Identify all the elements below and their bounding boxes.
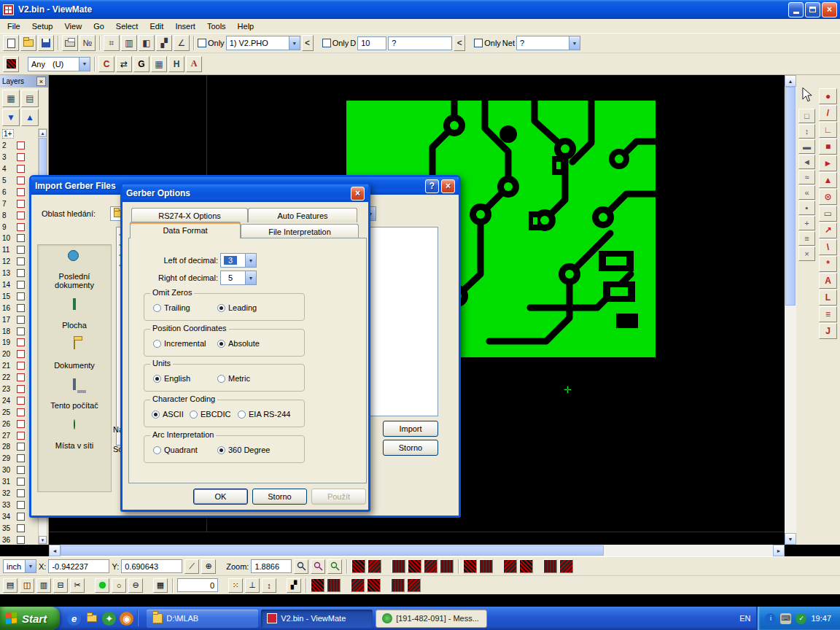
grid-tool-icon[interactable]: ▦ bbox=[151, 56, 167, 72]
paint-pattern-icon[interactable] bbox=[351, 578, 365, 592]
layer-color-swatch[interactable] bbox=[17, 338, 25, 346]
online-status-icon[interactable] bbox=[95, 578, 109, 593]
probe-filled-icon[interactable]: ⊖ bbox=[128, 578, 143, 593]
zoom-in-icon[interactable] bbox=[294, 559, 308, 574]
layers-close-icon[interactable]: × bbox=[36, 77, 46, 86]
hatch-icon[interactable]: ▥ bbox=[36, 578, 51, 593]
probe-icon[interactable]: ○ bbox=[112, 578, 126, 593]
layer-color-swatch[interactable] bbox=[17, 304, 25, 312]
flat-line-icon[interactable]: ▬ bbox=[798, 139, 815, 154]
menu-file[interactable]: File bbox=[1, 20, 26, 32]
tray-keyboard-icon[interactable]: ⌨ bbox=[780, 613, 791, 624]
scroll-up-icon[interactable]: ▲ bbox=[39, 129, 47, 137]
delete-icon[interactable]: × bbox=[798, 246, 815, 261]
layer-color-swatch[interactable] bbox=[17, 211, 25, 219]
layers-stack-icon[interactable]: ▤ bbox=[3, 578, 18, 593]
list-icon[interactable]: ≡ bbox=[798, 231, 815, 246]
place-desktop[interactable]: Plocha bbox=[39, 300, 109, 330]
layer-color-swatch[interactable] bbox=[17, 223, 25, 231]
taskbar-task-explorer[interactable]: D:\MLAB bbox=[147, 610, 258, 628]
folder-shortcut-icon[interactable] bbox=[85, 612, 98, 626]
close-icon[interactable]: × bbox=[441, 179, 455, 193]
paint-pattern-icon[interactable] bbox=[391, 578, 405, 592]
layer-up-icon[interactable]: ▲ bbox=[21, 109, 39, 126]
tab-data-format[interactable]: Data Format bbox=[130, 222, 241, 238]
layers-compress-icon[interactable]: ▤ bbox=[21, 90, 39, 107]
left-of-decimal-combo[interactable]: 3 ▼ bbox=[220, 253, 257, 268]
tray-shield-icon[interactable]: ✓ bbox=[796, 613, 806, 624]
close-button[interactable]: × bbox=[822, 2, 837, 18]
menu-go[interactable]: Go bbox=[88, 20, 110, 32]
save-icon[interactable] bbox=[38, 35, 54, 51]
slash-icon[interactable]: \ bbox=[819, 239, 837, 255]
layer-color-swatch[interactable] bbox=[17, 478, 25, 486]
layer-combo[interactable]: 1) V2.PHO ▼ bbox=[226, 36, 300, 50]
chevron-down-icon[interactable]: ▼ bbox=[289, 36, 300, 50]
text-icon[interactable]: A bbox=[819, 273, 837, 289]
radio-ascii[interactable]: ASCII bbox=[152, 410, 184, 419]
split-view-icon[interactable]: ◫ bbox=[20, 578, 34, 593]
merge-icon[interactable]: ⊟ bbox=[53, 578, 68, 593]
smooth-icon[interactable]: ≈ bbox=[798, 170, 815, 184]
layer-color-swatch[interactable] bbox=[17, 257, 25, 265]
paint-pattern-icon[interactable] bbox=[311, 578, 324, 592]
dcode-pattern-icon[interactable] bbox=[519, 559, 533, 573]
tab-file-interpretation[interactable]: File Interpretation bbox=[241, 224, 359, 238]
text-tool-icon[interactable]: A bbox=[186, 56, 202, 72]
layer-color-swatch[interactable] bbox=[17, 454, 25, 462]
chevron-down-icon[interactable]: ▼ bbox=[569, 36, 580, 50]
snap-icon[interactable]: ↕ bbox=[262, 578, 276, 593]
cancel-button[interactable]: Storno bbox=[252, 489, 307, 505]
browser-shortcut-icon[interactable]: ◉ bbox=[120, 612, 133, 626]
place-recent-documents[interactable]: Poslední dokumenty bbox=[39, 251, 109, 289]
layer-color-swatch[interactable] bbox=[17, 373, 25, 381]
menu-help[interactable]: Help bbox=[232, 20, 260, 32]
taskbar-task-viewmate[interactable]: V2.bin - ViewMate bbox=[261, 610, 373, 628]
chevron-down-icon[interactable]: ▼ bbox=[245, 254, 256, 267]
menu-tools[interactable]: Tools bbox=[201, 20, 232, 32]
redraw-icon[interactable]: □ bbox=[798, 109, 815, 123]
menu-view[interactable]: View bbox=[58, 20, 88, 32]
place-network[interactable]: Místa v síti bbox=[39, 420, 109, 450]
place-my-computer[interactable]: Tento počítač bbox=[39, 380, 109, 410]
dcode-pattern-icon[interactable] bbox=[351, 559, 365, 573]
layer-back-button[interactable]: < bbox=[302, 35, 314, 51]
gerber-dialog-titlebar[interactable]: Gerber Options × bbox=[122, 184, 368, 202]
layer-color-swatch[interactable] bbox=[17, 524, 25, 532]
swap-tool-icon[interactable]: ⇄ bbox=[116, 56, 132, 72]
restore-button[interactable] bbox=[805, 2, 820, 18]
layer-color-swatch[interactable] bbox=[17, 327, 25, 335]
layer-color-swatch[interactable] bbox=[17, 165, 25, 173]
circle-tool-icon[interactable]: C bbox=[98, 56, 114, 72]
chevron-down-icon[interactable]: ▼ bbox=[79, 58, 90, 71]
selection-filter-combo[interactable]: Any (U) ▼ bbox=[28, 57, 90, 71]
y-coordinate-field[interactable]: 0.690643 bbox=[121, 559, 182, 573]
dcode-pattern-icon[interactable] bbox=[368, 559, 381, 573]
count-field[interactable]: 0 bbox=[177, 578, 218, 592]
clock[interactable]: 19:47 bbox=[811, 614, 831, 623]
radio-eia-rs244[interactable]: EIA RS-244 bbox=[238, 410, 290, 419]
layer-color-swatch[interactable] bbox=[17, 536, 25, 544]
rect-outline-icon[interactable]: ▭ bbox=[819, 206, 837, 222]
j-shape-icon[interactable]: J bbox=[819, 323, 837, 339]
layer-color-swatch[interactable] bbox=[17, 513, 25, 521]
taskbar-task-messenger[interactable]: [191-482-091] - Mess... bbox=[376, 610, 487, 628]
cut-icon[interactable]: ✂ bbox=[70, 578, 85, 593]
height-tool-icon[interactable]: H bbox=[168, 56, 184, 72]
measure-diagonal-icon[interactable]: ⟋ bbox=[184, 559, 199, 574]
radio-ebcdic[interactable]: EBCDIC bbox=[190, 410, 231, 419]
layer-color-swatch[interactable] bbox=[17, 385, 25, 393]
l-shape-icon[interactable]: L bbox=[819, 289, 837, 306]
dcode-pattern-icon[interactable] bbox=[543, 559, 557, 573]
radio-incremental[interactable]: Incremental bbox=[153, 339, 206, 348]
dcode-pattern-icon[interactable] bbox=[463, 559, 477, 573]
import-button[interactable]: Import bbox=[383, 421, 438, 437]
context-help-icon[interactable]: № bbox=[79, 35, 96, 51]
zoom-field[interactable]: 1.8866 bbox=[251, 559, 292, 573]
minimize-button[interactable] bbox=[788, 2, 804, 18]
units-combo[interactable]: inch ▼ bbox=[3, 559, 36, 573]
layer-color-swatch[interactable] bbox=[17, 397, 25, 405]
dcode-pattern-icon[interactable] bbox=[440, 559, 454, 573]
scroll-right-icon[interactable]: ► bbox=[773, 545, 785, 556]
layer-color-swatch[interactable] bbox=[17, 362, 25, 370]
